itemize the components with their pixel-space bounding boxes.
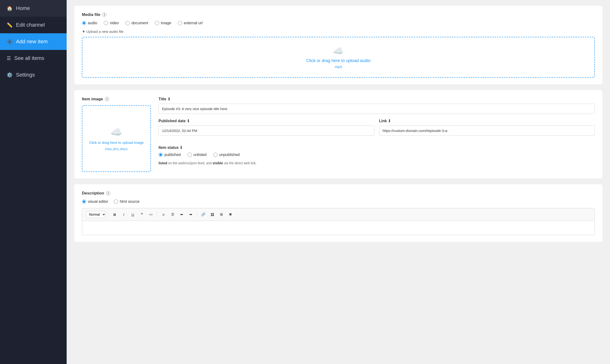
upload-cloud-icon: ☁️ [91,46,586,56]
radio-external-url[interactable]: external url [178,21,203,25]
radio-external-url-input[interactable] [178,21,182,25]
media-file-card: Media file ℹ audio video document image [74,6,602,84]
item-status-section: Item status ℹ published unlisted [159,145,595,165]
upload-collapse-label: Upload a new audio file [86,29,123,34]
sidebar-item-add-new-item[interactable]: ➕ Add new item [0,33,67,50]
link-info-icon[interactable]: ℹ [389,119,390,123]
toolbar-italic[interactable]: I [120,211,128,218]
sidebar-item-home[interactable]: 🏠 Home [0,0,67,17]
toolbar-blockquote[interactable]: ❝ [138,211,146,218]
published-date-info-icon[interactable]: ℹ [188,119,189,123]
html-source-label: html source [120,199,139,204]
visual-editor-label: visual editor [88,199,108,204]
toolbar-clear[interactable]: ✖ [227,211,234,218]
image-upload-icon: ☁️ [110,127,122,138]
published-date-input[interactable] [159,126,374,136]
sidebar-item-home-label: Home [16,5,30,12]
radio-document[interactable]: document [125,21,148,25]
edit-icon: ✏️ [7,22,13,28]
radio-audio-input[interactable] [82,21,86,25]
sidebar-item-add-new-item-label: Add new item [16,39,48,45]
audio-upload-sub: mp3 [91,65,586,69]
published-date-label-text: Published date [159,119,186,123]
date-link-row: Published date ℹ Link ℹ [159,119,595,141]
toolbar-link[interactable]: 🔗 [199,211,207,218]
audio-upload-area[interactable]: ☁️ Click or drag here to upload audio mp… [82,37,595,78]
image-upload-area[interactable]: ☁️ Click or drag here to upload image PN… [82,105,151,172]
description-section-label: Description ℹ [82,191,595,196]
item-status-label-text: Item status [159,145,178,150]
toolbar-unordered-list[interactable]: ☰ [169,211,176,218]
title-input[interactable] [159,104,595,114]
sidebar-item-see-all-items[interactable]: ☰ See all items [0,50,67,66]
item-status-label: Item status ℹ [159,145,595,150]
toolbar-divider-3 [197,212,197,217]
radio-image-input[interactable] [155,21,159,25]
description-info-icon[interactable]: ℹ [106,191,110,195]
status-radio-published-input[interactable] [159,153,163,157]
media-type-radio-group: audio video document image external url [82,21,595,25]
radio-video-label: video [110,21,119,25]
description-card: Description ℹ visual editor html source … [74,184,602,242]
sidebar-item-settings[interactable]: ⚙️ Settings [0,66,67,83]
radio-audio[interactable]: audio [82,21,97,25]
item-status-info-icon[interactable]: ℹ [180,145,182,150]
plus-icon: ➕ [7,39,13,44]
radio-document-input[interactable] [125,21,130,25]
toolbar-divider-1 [108,212,108,217]
sidebar-item-settings-label: Settings [16,72,35,78]
home-icon: 🏠 [7,5,13,11]
toolbar-image[interactable]: 🖼 [208,211,216,218]
media-file-section-label: Media file ℹ [82,12,595,17]
item-image-section-label: Item image ℹ [82,97,151,102]
radio-external-url-label: external url [184,21,203,25]
title-info-icon[interactable]: ℹ [168,97,170,101]
editor-type-group: visual editor html source [82,199,595,204]
toolbar-underline[interactable]: U [129,211,137,218]
status-radio-unpublished[interactable]: unpublished [213,153,240,157]
title-group: Title ℹ [159,97,595,114]
status-radio-unpublished-input[interactable] [213,153,217,157]
radio-image[interactable]: image [155,21,171,25]
paragraph-select[interactable]: Normal [86,211,106,218]
status-unpublished-label: unpublished [219,153,240,157]
sidebar: 🏠 Home ✏️ Edit channel ➕ Add new item ☰ … [0,0,67,364]
upload-collapse-header[interactable]: Upload a new audio file [82,29,595,34]
status-description: listed on the web/rss/json feed, and vis… [159,161,595,165]
link-group: Link ℹ [379,119,595,136]
sidebar-item-edit-channel[interactable]: ✏️ Edit channel [0,17,67,33]
status-radio-unlisted[interactable]: unlisted [188,153,207,157]
list-icon: ☰ [7,55,11,61]
status-unlisted-label: unlisted [193,153,207,157]
status-radio-unlisted-input[interactable] [188,153,192,157]
toolbar-align-left[interactable]: ⬅ [178,211,185,218]
editor-body[interactable] [82,221,595,235]
toolbar-code[interactable]: <> [147,211,155,218]
item-details-card: Item image ℹ ☁️ Click or drag here to up… [74,90,602,179]
link-input[interactable] [379,126,595,136]
item-details-grid: Item image ℹ ☁️ Click or drag here to up… [82,97,595,172]
radio-html-source-input[interactable] [114,199,118,204]
toolbar-ordered-list[interactable]: ≡ [160,211,167,218]
sidebar-item-edit-channel-label: Edit channel [16,22,45,28]
radio-visual-editor[interactable]: visual editor [82,199,108,204]
editor-toolbar: Normal B I U ❝ <> ≡ ☰ ⬅ ➡ 🔗 🖼 ⊞ ✖ [82,208,595,221]
toolbar-align-right[interactable]: ➡ [187,211,194,218]
published-date-group: Published date ℹ [159,119,374,136]
item-image-label-text: Item image [82,97,103,102]
toolbar-table[interactable]: ⊞ [217,211,225,218]
image-upload-sub: PNG,JPG,JPEG [105,147,128,151]
radio-image-label: image [161,21,171,25]
media-file-info-icon[interactable]: ℹ [102,13,106,17]
radio-video-input[interactable] [104,21,108,25]
status-radio-published[interactable]: published [159,153,181,157]
radio-html-source[interactable]: html source [114,199,139,204]
gear-icon: ⚙️ [7,72,13,78]
status-published-label: published [164,153,181,157]
link-label-text: Link [379,119,387,123]
audio-upload-text: Click or drag here to upload audio [91,58,586,63]
toolbar-bold[interactable]: B [111,211,119,218]
radio-visual-editor-input[interactable] [82,199,86,204]
item-image-info-icon[interactable]: ℹ [105,97,109,101]
radio-video[interactable]: video [104,21,119,25]
